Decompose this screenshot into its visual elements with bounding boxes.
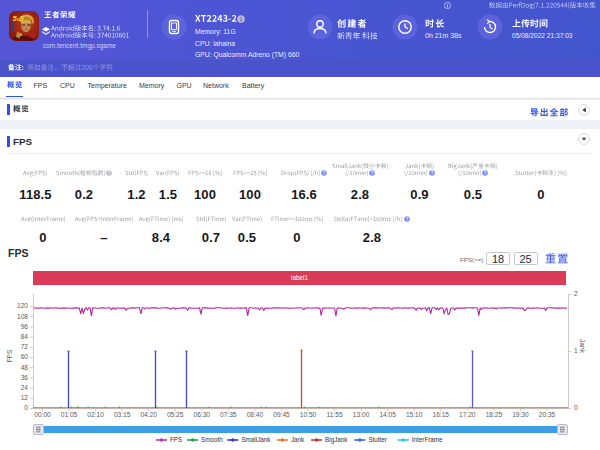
svg-text:108: 108 [17,313,28,320]
svg-text:04:20: 04:20 [140,411,157,418]
svg-text:120: 120 [17,302,28,309]
svg-text:36: 36 [21,374,29,381]
svg-text:16:15: 16:15 [433,411,450,418]
svg-text:03:15: 03:15 [114,411,131,418]
svg-text:FPS: FPS [170,436,182,443]
svg-text:08:40: 08:40 [247,411,264,418]
svg-text:60: 60 [21,353,29,360]
svg-text:?: ? [405,216,408,221]
svg-text:18:25: 18:25 [486,411,503,418]
svg-text:13:00: 13:00 [353,411,370,418]
svg-text:24: 24 [21,384,29,391]
svg-text:2: 2 [574,290,578,297]
svg-text:20:35: 20:35 [539,411,556,418]
svg-text:Jank: Jank [579,339,586,354]
svg-text:05:25: 05:25 [167,411,184,418]
svg-text:96: 96 [21,323,29,330]
svg-text:11:55: 11:55 [327,411,343,418]
svg-text:5v5: 5v5 [13,14,25,23]
svg-text:InterFrame: InterFrame [412,436,443,443]
svg-text:48: 48 [21,364,29,371]
svg-text:19:30: 19:30 [512,411,529,418]
svg-text:00:00: 00:00 [34,411,51,418]
svg-text:?: ? [371,171,374,176]
svg-text:1: 1 [574,347,578,354]
svg-text:0: 0 [574,404,578,411]
svg-text:01:05: 01:05 [61,411,78,418]
svg-text:15:10: 15:10 [406,411,423,418]
svg-text:02:10: 02:10 [87,411,104,418]
svg-text:06:30: 06:30 [194,411,211,418]
svg-text:?: ? [484,171,487,176]
svg-text:07:35: 07:35 [220,411,237,418]
svg-text:FPS: FPS [6,349,13,362]
svg-text:?: ? [430,171,433,176]
svg-text:Stutter: Stutter [368,436,387,443]
svg-text:SmallJank: SmallJank [241,436,271,443]
svg-text:0: 0 [24,404,28,411]
svg-text:BigJank: BigJank [325,436,348,444]
svg-text:?: ? [108,171,111,176]
svg-text:84: 84 [21,333,29,340]
svg-text:Smooth: Smooth [201,436,223,443]
svg-text:14:05: 14:05 [379,411,396,418]
svg-text:12: 12 [21,394,29,401]
svg-text:72: 72 [21,343,29,350]
svg-text:?: ? [323,171,326,176]
svg-text:17:20: 17:20 [459,411,476,418]
svg-text:Jank: Jank [291,436,305,443]
svg-text:10:50: 10:50 [300,411,317,418]
svg-text:09:45: 09:45 [273,411,290,418]
